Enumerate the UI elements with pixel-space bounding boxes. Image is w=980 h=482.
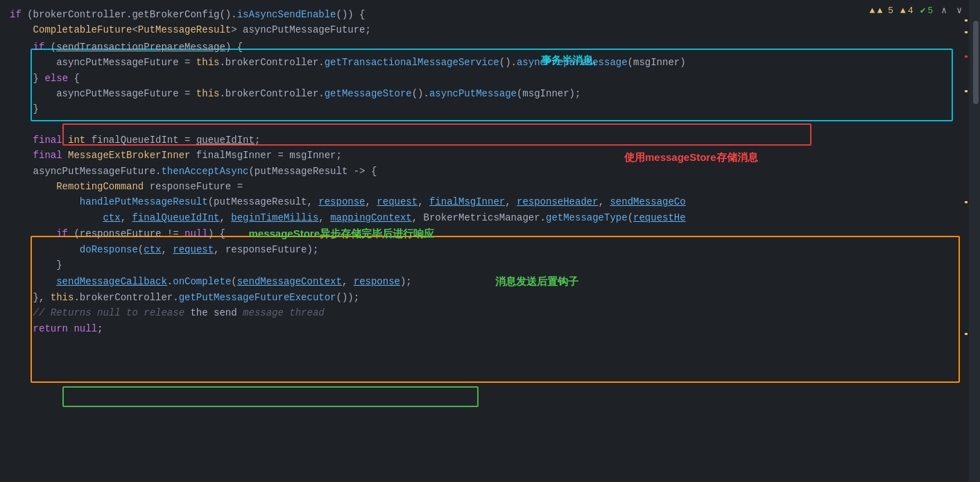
keyword-this: this (196, 55, 220, 70)
keyword-return: return (33, 321, 68, 336)
var-queueIdInt: queueIdInt (196, 132, 255, 148)
var-mappingContext-link: mappingContext (330, 210, 412, 225)
code-line-8 (10, 117, 980, 132)
var-response-link2: response (354, 274, 400, 289)
comment-message-thread: message thread (237, 305, 325, 320)
code-line-2: CompletableFuture < PutMessageResult > a… (10, 22, 980, 37)
keyword-if2: if (33, 40, 45, 55)
code-editor: ▲ ▲ 5 ▲ 4 ✔ 5 ∧ ∨ if (brokerController.g… (0, 0, 980, 482)
annotation-async-response-inline: messageStore异步存储完毕后进行响应 (248, 225, 434, 242)
scrollbar-thumb[interactable] (973, 21, 979, 104)
method-onComplete: onComplete (173, 274, 231, 289)
code-line-1: if (brokerController.getBrokerConfig(). … (10, 7, 980, 22)
var-ctx-link1: ctx (103, 210, 120, 225)
code-line-16: doResponse ( ctx , request , responseFut… (10, 242, 980, 257)
method-thenAcceptAsync: thenAcceptAsync (161, 164, 248, 179)
code-line-15: if (responseFuture != null ) { messageSt… (10, 225, 980, 242)
var-sendMessageCo-link: sendMessageCo (610, 194, 685, 209)
keyword-if3: if (56, 226, 68, 241)
method-getPutMessageFutureExecutor: getPutMessageFutureExecutor (179, 290, 336, 305)
code-line-5: } else { (10, 71, 980, 86)
keyword-if: if (10, 7, 22, 22)
keyword-final2: final (33, 148, 62, 163)
code-line-20: // Returns null to release the send mess… (10, 305, 980, 320)
code-line-17: } (10, 257, 980, 273)
code-line-6: asyncPutMessageFuture = this .brokerCont… (10, 86, 980, 101)
annotation-send-callback: 消息发送后置钩子 (495, 273, 578, 290)
keyword-this2: this (196, 86, 220, 101)
method-getMessageStore: getMessageStore (325, 86, 412, 101)
scroll-marker-red-1 (965, 55, 968, 58)
code-line-9: final int finalQueueIdInt = queueIdInt ; (10, 132, 980, 148)
scrollbar[interactable] (969, 0, 980, 482)
method-getTransactionalMessageService: getTransactionalMessageService (325, 55, 499, 70)
code-line-19: }, this .brokerController. getPutMessage… (10, 290, 980, 305)
code-line-12: RemotingCommand responseFuture = (10, 179, 980, 194)
var-sendMessageContext-link: sendMessageContext (237, 274, 342, 289)
code-line-10: final MessageExtBrokerInner finalMsgInne… (10, 148, 980, 163)
keyword-final1: final (33, 132, 62, 148)
var-finalMsgInner-link: finalMsgInner (429, 194, 505, 209)
comment-the-send: the send (190, 305, 237, 320)
type-PutMessageResult: PutMessageResult (138, 22, 231, 37)
var-sendTransactionPrepareMessage: sendTransactionPrepareMessage (56, 40, 225, 55)
type-int: int (68, 132, 85, 148)
type-CompletableFuture: CompletableFuture (33, 22, 132, 37)
code-line-14: ctx , finalQueueIdInt , beginTimeMillis … (10, 210, 980, 225)
code-line-3: if ( sendTransactionPrepareMessage ) { (10, 40, 980, 55)
code-line-18: sendMessageCallback . onComplete ( sendM… (10, 273, 980, 290)
scroll-marker-5 (965, 333, 968, 335)
code-line-13: handlePutMessageResult (putMessageResult… (10, 194, 980, 209)
code-line-11: asyncPutMessageFuture. thenAcceptAsync (… (10, 164, 980, 179)
var-finalQueueIdInt-link: finalQueueIdInt (132, 210, 219, 225)
method-doResponse: doResponse (80, 242, 138, 257)
scroll-marker-4 (965, 201, 968, 203)
code-line-21: return null ; (10, 321, 980, 336)
method-getMessageType: getMessageType (546, 210, 628, 225)
var-request-link1: request (377, 194, 418, 209)
var-requestHe-link: requestHe (633, 210, 686, 225)
method-handlePutMessageResult: handlePutMessageResult (80, 194, 208, 209)
var-request-link2: request (173, 242, 214, 257)
keyword-this3: this (51, 290, 74, 305)
code-line-7: } (10, 101, 980, 117)
var-beginTimeMillis-link: beginTimeMillis (231, 210, 318, 225)
scroll-marker-2 (965, 31, 968, 33)
scroll-marker-1 (965, 19, 968, 21)
var-sendMessageCallback-link: sendMessageCallback (56, 274, 167, 289)
keyword-else: else (44, 71, 68, 86)
type-MessageExtBrokerInner: MessageExtBrokerInner (68, 148, 190, 163)
var-ctx-link2: ctx (144, 242, 161, 257)
scroll-marker-3 (965, 90, 968, 92)
type-RemotingCommand: RemotingCommand (56, 179, 144, 194)
method-isAsyncSendEnable: isAsyncSendEnable (237, 7, 336, 22)
code-line-4: asyncPutMessageFuture = this .brokerCont… (10, 55, 980, 70)
var-response-link1: response (318, 194, 365, 209)
keyword-null: null (184, 226, 208, 241)
var-responseHeader-link: responseHeader (517, 194, 599, 209)
method-asyncPutMessage: asyncPutMessage (429, 86, 517, 101)
green-highlight-box (62, 386, 479, 407)
method-asyncPrepareMessage: asyncPrepareMessage (517, 55, 628, 70)
keyword-null2: null (74, 321, 97, 336)
comment-returns-null: // Returns null to release (10, 305, 190, 320)
